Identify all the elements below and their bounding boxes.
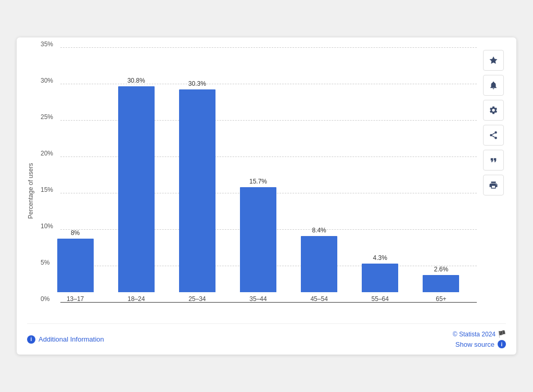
bar-x-label: 35–44 bbox=[249, 295, 266, 303]
svg-line-4 bbox=[492, 133, 494, 135]
bar-value-label: 4.3% bbox=[373, 254, 387, 262]
bar-group: 4.3%55–64 bbox=[357, 254, 403, 303]
svg-point-2 bbox=[494, 137, 497, 139]
additional-info-section[interactable]: i Additional Information bbox=[27, 335, 104, 344]
bar-x-label: 65+ bbox=[436, 295, 446, 303]
bar-group: 30.8%18–24 bbox=[113, 77, 160, 303]
notification-button[interactable] bbox=[483, 75, 504, 96]
footer-right: © Statista 2024 🏴 Show source i bbox=[453, 330, 506, 348]
bar bbox=[240, 187, 276, 292]
bar-x-label: 13–17 bbox=[67, 295, 84, 303]
bar-value-label: 8.4% bbox=[312, 227, 326, 234]
bar-group: 8.4%45–54 bbox=[296, 227, 342, 303]
bar-value-label: 30.3% bbox=[188, 80, 206, 87]
bar-group: 2.6%65+ bbox=[417, 266, 464, 303]
flag-icon: 🏴 bbox=[498, 330, 506, 338]
bar-group: 8%13–17 bbox=[52, 229, 99, 303]
sidebar-actions bbox=[477, 48, 506, 318]
additional-info-label: Additional Information bbox=[39, 335, 104, 343]
bar bbox=[423, 275, 459, 292]
bars-row: 8%13–1730.8%18–2430.3%25–3415.7%35–448.4… bbox=[40, 48, 477, 303]
bar bbox=[301, 236, 337, 292]
grid-line-label: 35% bbox=[41, 41, 53, 48]
bar bbox=[57, 239, 94, 292]
share-button[interactable] bbox=[483, 125, 504, 146]
settings-button[interactable] bbox=[483, 100, 504, 121]
print-button[interactable] bbox=[483, 175, 504, 195]
bar-x-label: 18–24 bbox=[128, 295, 145, 303]
bar-x-label: 55–64 bbox=[372, 295, 389, 303]
bar-group: 30.3%25–34 bbox=[174, 80, 221, 303]
bar-value-label: 2.6% bbox=[434, 266, 448, 273]
chart-container: Percentage of users 35%30%25%20%15%10%5%… bbox=[17, 37, 516, 355]
svg-line-3 bbox=[492, 136, 494, 137]
bar bbox=[179, 89, 215, 292]
bar-group: 15.7%35–44 bbox=[235, 178, 282, 303]
bar bbox=[362, 264, 398, 292]
cite-button[interactable] bbox=[483, 150, 504, 171]
show-source-label: Show source bbox=[455, 341, 494, 348]
bar-value-label: 15.7% bbox=[249, 178, 267, 185]
bar-x-label: 25–34 bbox=[188, 295, 206, 303]
source-info-icon: i bbox=[498, 340, 506, 348]
chart-inner: 35%30%25%20%15%10%5%0% 8%13–1730.8%18–24… bbox=[40, 48, 477, 318]
favorite-button[interactable] bbox=[483, 50, 504, 71]
copyright-line: © Statista 2024 🏴 bbox=[453, 330, 506, 338]
chart-main: Percentage of users 35%30%25%20%15%10%5%… bbox=[27, 48, 477, 318]
svg-point-0 bbox=[494, 132, 497, 134]
bar-value-label: 8% bbox=[71, 229, 80, 237]
svg-point-1 bbox=[490, 134, 492, 137]
bar-x-label: 45–54 bbox=[310, 295, 327, 303]
show-source-section[interactable]: Show source i bbox=[455, 340, 506, 348]
bar bbox=[118, 86, 155, 292]
chart-footer: i Additional Information © Statista 2024… bbox=[27, 323, 506, 355]
copyright-text: © Statista 2024 bbox=[453, 331, 496, 338]
info-icon: i bbox=[27, 335, 35, 344]
grid-and-bars: 35%30%25%20%15%10%5%0% 8%13–1730.8%18–24… bbox=[40, 48, 477, 318]
bar-value-label: 30.8% bbox=[128, 77, 145, 84]
y-axis-label: Percentage of users bbox=[27, 48, 37, 318]
